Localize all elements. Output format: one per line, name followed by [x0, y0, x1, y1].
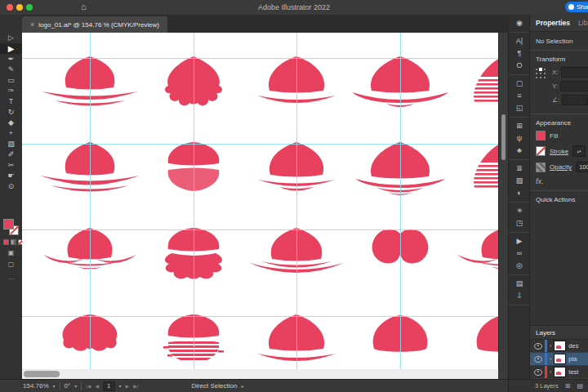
opentype-panel-icon[interactable]: O — [509, 60, 530, 72]
new-layer-icon[interactable]: ⊞ — [565, 382, 571, 390]
horizontal-scrollbar-thumb[interactable] — [24, 371, 60, 377]
layer-name[interactable]: test — [568, 368, 578, 376]
links-panel-icon[interactable]: ∞ — [509, 247, 530, 260]
layers-panel-header[interactable]: Layers — [530, 325, 588, 340]
layer-thumbnail[interactable] — [554, 341, 566, 351]
x-field[interactable] — [561, 67, 588, 78]
layer-row[interactable]: ›pla — [530, 353, 588, 366]
swatches-panel-icon[interactable]: ☀ — [509, 205, 530, 217]
angle-field[interactable] — [562, 95, 588, 105]
reference-point-dot[interactable] — [536, 69, 537, 70]
effects-panel-icon[interactable]: ◉ — [509, 17, 530, 29]
rectangle-tool[interactable]: ▭ — [0, 75, 22, 86]
layer-thumbnail[interactable] — [554, 367, 566, 377]
layer-thumbnail[interactable] — [554, 354, 566, 364]
horizontal-guide[interactable] — [22, 316, 498, 317]
close-tab-icon[interactable]: × — [30, 20, 34, 29]
reference-point-dot[interactable] — [536, 77, 537, 78]
pattern-panel-icon[interactable]: ◳ — [509, 217, 530, 229]
gradient-button[interactable] — [11, 239, 16, 245]
selection-tool[interactable]: ▷ — [0, 33, 22, 43]
reference-point-dot[interactable] — [536, 73, 537, 74]
layer-row[interactable]: ›test — [530, 366, 588, 379]
type-tool[interactable]: T — [0, 96, 22, 107]
align-panel-icon[interactable]: ≡ — [509, 90, 530, 102]
layer-options-icon[interactable]: ▤ — [577, 382, 583, 390]
horizontal-guide[interactable] — [22, 229, 498, 230]
expand-chevron-icon[interactable]: › — [550, 343, 551, 349]
tab-libraries[interactable]: Libraries — [578, 19, 588, 27]
gradient-tool[interactable]: ▧ — [0, 139, 22, 149]
stroke-panel-icon[interactable]: ≣ — [509, 163, 530, 175]
expand-chevron-icon[interactable]: › — [550, 356, 551, 362]
symbol-sprayer-panel-icon[interactable]: ψ — [509, 132, 530, 145]
next-artboard-icon[interactable]: ▶ — [126, 383, 130, 389]
logo-ripples[interactable] — [451, 226, 498, 295]
reference-point-grid[interactable] — [536, 69, 546, 79]
character-panel-icon[interactable]: A| — [509, 35, 530, 47]
stroke-label[interactable]: Stroke — [550, 148, 568, 155]
vertical-guide[interactable] — [194, 33, 194, 369]
color-button[interactable] — [3, 239, 9, 245]
fill-swatch[interactable] — [536, 131, 546, 140]
reference-point-dot[interactable] — [544, 77, 546, 78]
artboard-canvas[interactable] — [22, 33, 498, 369]
fx-button[interactable]: fx. — [536, 177, 588, 185]
layer-name[interactable]: des — [568, 342, 578, 350]
color-panel-icon[interactable]: ◐ — [509, 187, 530, 199]
opacity-value-field[interactable]: 100% — [576, 162, 588, 172]
transform-panel-icon[interactable]: ▢ — [509, 78, 530, 90]
screen-mode-icon[interactable]: ▢ — [0, 261, 22, 268]
layer-row[interactable]: ›des — [530, 340, 588, 353]
scale-tool[interactable]: + — [0, 128, 22, 139]
fill-stroke-indicator[interactable] — [3, 219, 19, 234]
vertical-scrollbar-thumb[interactable] — [501, 114, 506, 160]
reference-point-dot[interactable] — [540, 69, 541, 70]
asset-export-panel-icon[interactable]: ⇩ — [509, 290, 530, 302]
opacity-swatch[interactable] — [536, 163, 546, 172]
visibility-eye-icon[interactable] — [534, 343, 542, 350]
hand-tool[interactable]: ☛ — [0, 171, 22, 181]
vertical-guide[interactable] — [90, 33, 91, 369]
horizontal-guide[interactable] — [22, 58, 498, 59]
shape-builder-tool[interactable]: ◆ — [0, 118, 22, 128]
layer-name[interactable]: pla — [568, 355, 577, 363]
artboard-number-field[interactable]: 1 — [103, 381, 114, 391]
reference-point-dot[interactable] — [540, 77, 541, 78]
visibility-eye-icon[interactable] — [534, 369, 542, 376]
navigator-panel-icon[interactable]: ◎ — [509, 260, 530, 272]
document-tab[interactable]: × logo_01.ai* @ 154.76 % (CMYK/Preview) — [22, 16, 167, 33]
zoom-tool[interactable]: ⊙ — [0, 181, 22, 192]
zoom-level[interactable]: 154.76% — [23, 382, 49, 390]
gradient-panel-icon[interactable]: ▧ — [509, 175, 530, 187]
eyedropper-tool[interactable]: ✐ — [0, 149, 22, 160]
status-splitter-icon[interactable]: ▸ — [241, 383, 243, 389]
draw-mode-icon[interactable]: ▣ — [0, 249, 22, 256]
vertical-guide[interactable] — [400, 33, 401, 369]
reference-point-dot[interactable] — [544, 73, 546, 74]
horizontal-scrollbar[interactable] — [22, 369, 498, 379]
fill-color-swatch[interactable] — [3, 219, 14, 229]
symbols-panel-icon[interactable]: ♣ — [509, 145, 530, 157]
toolbar-overflow-icon[interactable]: … — [0, 274, 22, 281]
pen-tool[interactable]: ✒ — [0, 54, 22, 65]
paintbrush-tool[interactable]: ✑ — [0, 86, 22, 96]
stroke-weight-stepper[interactable]: ▴▾ — [572, 145, 586, 157]
paragraph-panel-icon[interactable]: ¶ — [509, 47, 530, 60]
actions-panel-icon[interactable]: ▶ — [509, 235, 530, 247]
y-field[interactable] — [560, 81, 588, 91]
expand-chevron-icon[interactable]: › — [550, 369, 551, 375]
zoom-chevron-icon[interactable]: ▾ — [53, 383, 56, 389]
share-button[interactable]: Share — [565, 2, 588, 12]
horizontal-guide[interactable] — [22, 144, 498, 145]
direct-selection-tool[interactable]: ▶ — [0, 43, 22, 54]
opacity-label[interactable]: Opacity — [550, 163, 572, 171]
artboard-chevron-icon[interactable]: ▾ — [119, 383, 122, 389]
artboards-panel-icon[interactable]: ⊞ — [509, 120, 530, 132]
reference-point-dot[interactable] — [540, 73, 541, 74]
visibility-eye-icon[interactable] — [534, 356, 542, 363]
first-artboard-icon[interactable]: |◀ — [86, 383, 91, 389]
logo-stripes[interactable] — [451, 140, 498, 209]
scissors-tool[interactable]: ✂ — [0, 160, 22, 171]
rotate-tool[interactable]: ↻ — [0, 107, 22, 118]
